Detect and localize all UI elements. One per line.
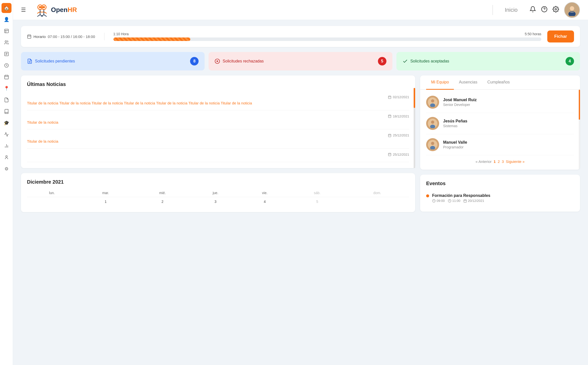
member-info-2: Manuel Valle Programador [443,140,574,149]
sidebar-item-time[interactable] [1,60,11,70]
member-avatar-1 [426,117,439,130]
sidebar-item-home[interactable]: 🏠 [1,3,11,13]
sidebar-item-library[interactable] [1,106,11,116]
news-item-0: 02/12/2021 Titular de la noticia Titular… [27,91,409,110]
elapsed-time: 1:10 Hora [113,32,129,36]
sidebar: 🏠 👤 📍 🎓 ⚙ [0,0,13,365]
svg-point-3 [5,41,7,42]
sidebar-item-documents[interactable] [1,95,11,105]
sidebar-item-training[interactable]: 🎓 [1,118,11,128]
sidebar-item-users[interactable] [1,152,11,162]
prev-page[interactable]: « Anterior [476,159,492,164]
pagination: « Anterior 1 2 3 Siguiente » [426,155,574,168]
schedule-bar: Horario 07:00 - 15:00 / 16:00 - 18:00 1:… [21,26,580,47]
sidebar-item-settings-bottom[interactable]: ⚙ [1,164,11,174]
cal-cell-4[interactable]: 4 [241,197,289,206]
page-3[interactable]: 3 [502,159,504,164]
news-date-2: 25/12/2021 [27,133,409,137]
tab-mi-equipo[interactable]: Mi Equipo [426,75,454,90]
next-page[interactable]: Siguiente » [506,159,525,164]
card-accepted[interactable]: Solicitudes aceptadas 4 [396,52,580,70]
team-scrollbar [579,90,580,170]
news-link-2[interactable]: Titular de la noticia [27,139,409,144]
cal-cell-5[interactable]: 5 [289,197,345,206]
member-avatar-0 [426,96,439,109]
member-name-1: Jesús Peñas [443,119,574,123]
right-column: Mi Equipo Ausencias Cumpleaños [420,75,580,359]
progress-section: 1:10 Hora 5:50 horas [113,32,541,41]
svg-rect-69 [464,200,467,202]
team-tabs: Mi Equipo Ausencias Cumpleaños [420,75,580,90]
progress-bar-fill [113,37,190,41]
svg-point-65 [431,142,434,145]
news-date-1: 18/12/2021 [27,114,409,118]
svg-point-59 [431,99,434,103]
date-icon-1 [388,114,391,118]
svg-point-19 [39,6,41,8]
rejected-icon [215,58,220,64]
cal-cell-2[interactable]: 2 [134,197,191,206]
date-event-icon [463,199,467,203]
sidebar-item-dashboard[interactable] [1,141,11,151]
progress-labels: 1:10 Hora 5:50 horas [113,32,541,36]
avatar-image [566,4,578,16]
svg-point-29 [555,8,557,10]
tab-ausencias[interactable]: Ausencias [454,75,482,90]
svg-rect-54 [388,153,391,156]
help-icon[interactable] [541,6,548,14]
header-title: Inicio [499,7,524,13]
news-section: Últimas Noticias 02/12/2021 Titular de l… [21,75,415,168]
clock-start-icon [432,199,436,203]
main-columns: Últimas Noticias 02/12/2021 Titular de l… [21,75,580,359]
svg-rect-9 [4,75,8,79]
card-rejected[interactable]: Solicitudes rechazadas 5 [209,52,392,70]
svg-rect-33 [27,35,31,38]
sidebar-item-profile[interactable]: 👤 [1,14,11,24]
progress-bar-background [113,37,541,41]
sidebar-item-tasks[interactable] [1,49,11,59]
page-2[interactable]: 2 [498,159,500,164]
events-title: Eventos [426,181,574,186]
tab-cumpleanos[interactable]: Cumpleaños [482,75,515,90]
sidebar-item-calendar[interactable] [1,72,11,82]
menu-toggle[interactable]: ☰ [21,7,26,13]
card-accepted-label: Solicitudes aceptadas [410,59,449,63]
date-icon-3 [388,153,391,156]
event-date-0: 20/12/2021 [463,199,484,203]
svg-rect-46 [388,115,391,118]
cal-cell-1[interactable]: 1 [77,197,134,206]
card-pending-label: Solicitudes pendientes [35,59,75,63]
calendar-section: Diciembre 2021 lun. mar. mié. jue. vie. … [21,173,415,212]
card-pending[interactable]: Solicitudes pendientes 8 [21,52,205,70]
card-accepted-badge: 4 [566,57,574,65]
events-section: Eventos Formación para Responsables 09:0… [420,175,580,212]
sidebar-item-location[interactable]: 📍 [1,83,11,93]
cal-cell-3[interactable]: 3 [191,197,241,206]
fichar-button[interactable]: Fichar [547,30,574,42]
accepted-icon [402,58,408,64]
event-details-0: Formación para Responsables 09:00 11:00 [432,193,490,203]
schedule-time: 07:00 - 15:00 / 16:00 - 18:00 [48,34,95,39]
sidebar-item-team[interactable] [1,37,11,47]
sidebar-item-analytics[interactable] [1,129,11,139]
logo-icon [35,3,49,17]
sidebar-item-reports[interactable] [1,26,11,36]
calendar-title: Diciembre 2021 [27,179,409,185]
main-area: ☰ OpenHR Inicio [13,0,588,365]
svg-point-20 [43,6,45,8]
schedule-label-text: Horario [33,34,46,39]
user-avatar[interactable] [564,2,580,18]
team-scrollbar-thumb [579,90,580,120]
header-icons [530,2,580,18]
page-1[interactable]: 1 [494,159,496,164]
svg-point-16 [5,156,7,157]
settings-icon[interactable] [553,6,559,14]
notification-icon[interactable] [530,6,536,14]
news-link-1[interactable]: Titular de la noticia [27,120,409,125]
event-meta-0: 09:00 11:00 20/12/2021 [432,199,490,203]
event-end-0: 11:00 [448,199,461,203]
news-scroll-indicator [414,88,415,168]
event-start-0: 09:00 [432,199,445,203]
member-avatar-img-0 [428,97,437,107]
news-link-0[interactable]: Titular de la noticia Titular de la noti… [27,100,409,106]
